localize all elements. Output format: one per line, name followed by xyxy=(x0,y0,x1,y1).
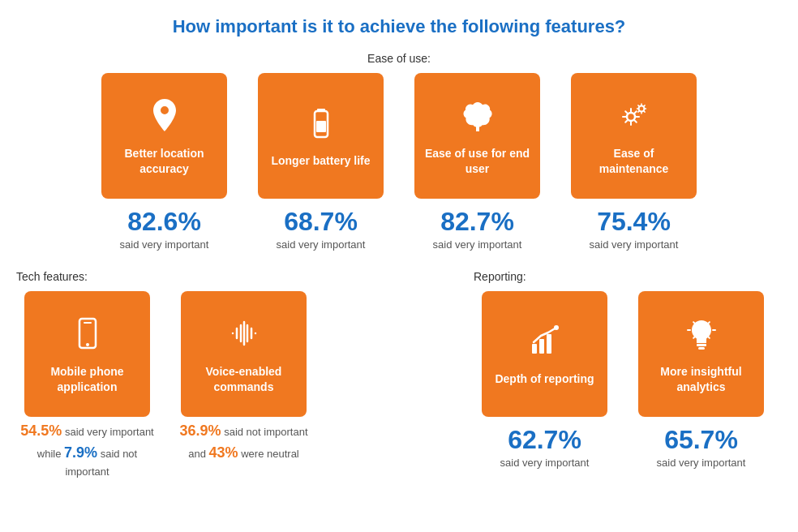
card-ease-maintenance: Ease of maintenance 75.4% said very impo… xyxy=(563,73,705,251)
chart-icon xyxy=(526,321,564,365)
stat-desc-better-location: said very important xyxy=(120,238,209,251)
stat-longer-battery: 68.7% xyxy=(284,207,358,237)
middle-spacer xyxy=(341,270,457,480)
card-box-mobile-phone: Mobile phone application xyxy=(24,291,150,417)
bulb-icon xyxy=(682,314,721,358)
card-better-location: Better location accuracy 82.6% said very… xyxy=(93,73,235,251)
svg-rect-15 xyxy=(532,344,537,354)
ease-of-use-label: Ease of use: xyxy=(16,52,782,65)
svg-rect-1 xyxy=(317,109,325,112)
page-title: How important is it to achieve the follo… xyxy=(16,16,782,37)
card-depth-reporting: Depth of reporting 62.7% said very impor… xyxy=(474,291,616,469)
svg-rect-2 xyxy=(316,121,326,132)
stat-desc-depth-reporting: said very important xyxy=(500,457,590,469)
stat-blue-voice: 43% xyxy=(209,444,238,461)
svg-rect-7 xyxy=(84,322,92,324)
card-ease-of-use: Ease of use for end user 82.7% said very… xyxy=(406,73,548,251)
stat-desc-more-insightful: said very important xyxy=(657,457,746,469)
tech-features-label: Tech features: xyxy=(16,270,324,283)
card-label-ease-maintenance: Ease of maintenance xyxy=(579,146,689,175)
card-box-better-location: Better location accuracy xyxy=(101,73,227,199)
svg-rect-16 xyxy=(539,339,544,354)
ease-of-use-section: Ease of use: Better location accuracy 82… xyxy=(16,52,782,251)
svg-line-24 xyxy=(707,337,709,338)
card-mobile-phone: Mobile phone application 54.5% said very… xyxy=(16,291,158,480)
card-box-voice-enabled: Voice-enabled commands xyxy=(181,291,307,417)
card-label-voice-enabled: Voice-enabled commands xyxy=(189,364,298,393)
card-longer-battery: Longer battery life 68.7% said very impo… xyxy=(250,73,392,251)
stat-desc-ease-maintenance: said very important xyxy=(590,238,679,251)
svg-line-26 xyxy=(693,337,695,338)
tech-features-cards-row: Mobile phone application 54.5% said very… xyxy=(16,291,324,480)
stat-blue-mobile: 7.9% xyxy=(64,444,97,461)
gears-icon xyxy=(615,96,654,139)
svg-rect-19 xyxy=(697,344,706,346)
card-label-mobile-phone: Mobile phone application xyxy=(32,364,142,393)
card-voice-enabled: Voice-enabled commands 36.9% said not im… xyxy=(173,291,315,480)
card-label-more-insightful: More insightful analytics xyxy=(646,364,756,393)
stat-orange-mobile: 54.5% xyxy=(20,423,62,439)
card-box-ease-maintenance: Ease of maintenance xyxy=(571,73,697,199)
card-box-more-insightful: More insightful analytics xyxy=(638,291,764,417)
reporting-label: Reporting: xyxy=(474,270,782,283)
card-label-ease-of-use: Ease of use for end user xyxy=(423,146,532,175)
svg-line-25 xyxy=(707,322,709,324)
card-label-better-location: Better location accuracy xyxy=(109,146,219,175)
card-label-longer-battery: Longer battery life xyxy=(271,153,370,168)
stat-depth-reporting: 62.7% xyxy=(508,425,581,455)
svg-point-18 xyxy=(554,325,559,330)
stat-better-location: 82.6% xyxy=(127,207,201,237)
battery-icon xyxy=(302,103,341,147)
stat-ease-of-use: 82.7% xyxy=(440,207,514,237)
svg-rect-20 xyxy=(698,347,705,350)
stat-ease-maintenance: 75.4% xyxy=(597,207,671,237)
reporting-cards-row: Depth of reporting 62.7% said very impor… xyxy=(474,291,782,469)
location-icon xyxy=(145,96,184,139)
card-box-ease-of-use: Ease of use for end user xyxy=(414,73,540,199)
card-box-depth-reporting: Depth of reporting xyxy=(482,291,607,417)
stat-orange-voice: 36.9% xyxy=(180,423,221,439)
stat-more-insightful: 65.7% xyxy=(664,425,738,455)
svg-point-3 xyxy=(627,113,635,121)
card-more-insightful: More insightful analytics 65.7% said ver… xyxy=(630,291,772,469)
ease-of-use-cards-row: Better location accuracy 82.6% said very… xyxy=(16,73,782,251)
stat-desc-longer-battery: said very important xyxy=(277,238,366,251)
voice-icon xyxy=(225,314,264,358)
svg-rect-17 xyxy=(547,334,551,354)
svg-line-23 xyxy=(693,322,695,324)
phone-icon xyxy=(68,314,107,358)
stat-mobile-phone: 54.5% said very important while 7.9% sai… xyxy=(16,420,158,480)
reporting-section: Reporting: Depth of reporting xyxy=(474,270,782,480)
bottom-sections: Tech features: Mobile phone application xyxy=(16,270,782,480)
stat-desc-ease-of-use: said very important xyxy=(433,238,522,251)
brain-icon xyxy=(458,96,497,139)
stat-voice-enabled: 36.9% said not important and 43% were ne… xyxy=(173,420,315,464)
card-box-longer-battery: Longer battery life xyxy=(258,73,384,199)
tech-features-section: Tech features: Mobile phone application xyxy=(16,270,324,480)
svg-point-6 xyxy=(86,343,89,346)
card-label-depth-reporting: Depth of reporting xyxy=(495,371,594,386)
stat-desc2-voice: were neutral xyxy=(238,448,299,460)
